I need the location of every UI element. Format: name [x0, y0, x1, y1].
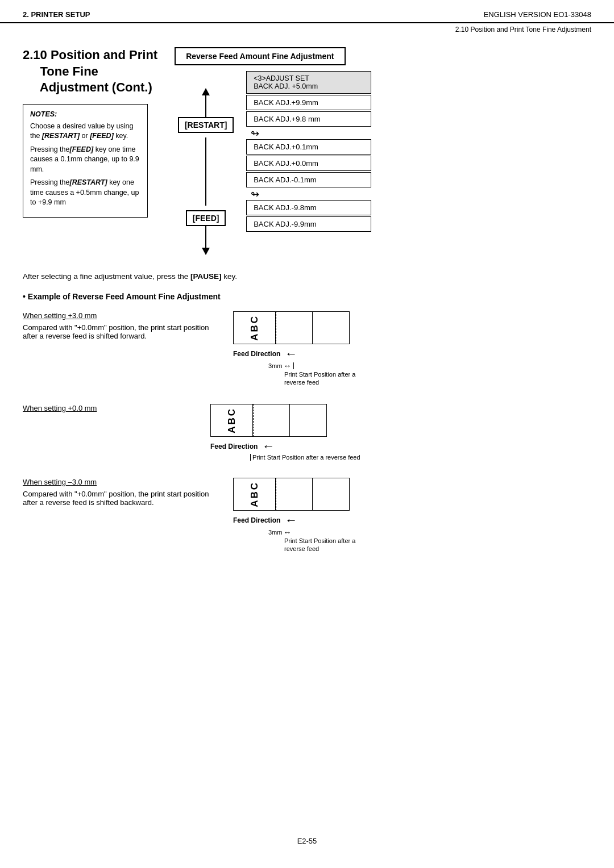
- label-blank-1a: [276, 311, 313, 344]
- squiggle-2: ↬: [246, 189, 371, 199]
- feed-label: [FEED]: [186, 210, 226, 226]
- feed-dir-row-3: Feed Direction ←: [233, 513, 591, 528]
- setting-desc-3: Compared with "+0.0mm" position, the pri…: [23, 490, 216, 507]
- label-abc-3: ABC: [233, 478, 276, 511]
- label-blank-1b: [313, 311, 350, 344]
- example-title: • Example of Reverse Feed Amount Fine Ad…: [23, 292, 591, 301]
- feed-example-1: When setting +3.0 mm Compared with "+0.0…: [23, 311, 591, 387]
- mm-annotation-1: 3mm ↔: [268, 361, 591, 370]
- feed-example-1-left: When setting +3.0 mm Compared with "+0.0…: [23, 311, 216, 340]
- menu-col: <3>ADJUST SETBACK ADJ. +5.0mm BACK ADJ.+…: [246, 71, 371, 255]
- subheader: 2.10 Position and Print Tone Fine Adjust…: [0, 23, 614, 34]
- notes-box: NOTES: Choose a desired value by using t…: [23, 104, 148, 218]
- squiggle-1: ↬: [246, 128, 371, 139]
- menu-item: BACK ADJ.+9.9mm: [246, 95, 371, 110]
- label-blank-2b: [290, 404, 327, 437]
- diagram-title: Reverse Feed Amount Fine Adjustment: [175, 47, 345, 65]
- header-left: 2. PRINTER SETUP: [23, 10, 90, 19]
- feed-example-2-right: ABC Feed Direction ←: [210, 404, 591, 461]
- notes-line1: Choose a desired value by using the [RES…: [30, 122, 140, 141]
- feed-dir-label-3: Feed Direction: [233, 516, 280, 524]
- menu-item: BACK ADJ.-9.8mm: [246, 200, 371, 215]
- feed-example-2-left: When setting +0.0 mm: [23, 404, 193, 416]
- example-section: • Example of Reverse Feed Amount Fine Ad…: [23, 292, 591, 553]
- label-blank-3b: [313, 478, 350, 511]
- menu-item: BACK ADJ.-9.9mm: [246, 216, 371, 232]
- footer: E2-55: [0, 825, 614, 857]
- feed-dir-row-1: Feed Direction ←: [233, 347, 591, 361]
- feed-dir-label-2: Feed Direction: [210, 443, 258, 450]
- restart-label: [RESTART]: [178, 117, 234, 133]
- setting-desc-1: Compared with "+0.0mm" position, the pri…: [23, 323, 216, 340]
- notes-title: NOTES:: [30, 110, 140, 118]
- feed-example-1-right: ABC Feed Direction ←: [233, 311, 591, 387]
- print-start-2: Print Start Position after a reverse fee…: [250, 454, 591, 461]
- notes-line3: Pressing the[RESTART] key one time cause…: [30, 178, 140, 208]
- feed-example-3: When setting –3.0 mm Compared with "+0.0…: [23, 478, 591, 553]
- diagram-area: Reverse Feed Amount Fine Adjustment [RES…: [175, 47, 591, 255]
- feed-example-3-left: When setting –3.0 mm Compared with "+0.0…: [23, 478, 216, 507]
- label-blank-3a: [276, 478, 313, 511]
- menu-item-top: <3>ADJUST SETBACK ADJ. +5.0mm: [246, 71, 371, 94]
- feed-dir-label-1: Feed Direction: [233, 350, 280, 358]
- menu-item: BACK ADJ.+0.0mm: [246, 156, 371, 171]
- notes-line2: Pressing the[FEED] key one time causes a…: [30, 145, 140, 175]
- setting-label-2: When setting +0.0 mm: [23, 404, 193, 412]
- header-right: ENGLISH VERSION EO1-33048: [484, 10, 591, 19]
- setting-label-1: When setting +3.0 mm: [23, 311, 216, 320]
- print-start-1: Print Start Position after areverse feed: [284, 370, 591, 387]
- mm-annotation-3: 3mm ↔: [268, 528, 591, 537]
- section-title: 2.10 Position and Print Tone Fine Adjust…: [23, 47, 157, 96]
- pause-line: After selecting a fine adjustment value,…: [23, 272, 591, 281]
- label-abc-1: ABC: [233, 311, 276, 344]
- setting-label-3: When setting –3.0 mm: [23, 478, 216, 486]
- feed-example-3-right: ABC Feed Direction ← 3mm ↔: [233, 478, 591, 553]
- print-start-3: Print Start Position after areverse feed: [284, 537, 591, 553]
- menu-item: BACK ADJ.+9.8 mm: [246, 111, 371, 127]
- feed-example-2: When setting +0.0 mm ABC: [23, 404, 591, 461]
- menu-item: BACK ADJ.+0.1mm: [246, 139, 371, 155]
- label-abc-2: ABC: [210, 404, 253, 437]
- label-blank-2a: [253, 404, 290, 437]
- feed-dir-row-2: Feed Direction ←: [210, 439, 591, 454]
- menu-item: BACK ADJ.-0.1mm: [246, 172, 371, 187]
